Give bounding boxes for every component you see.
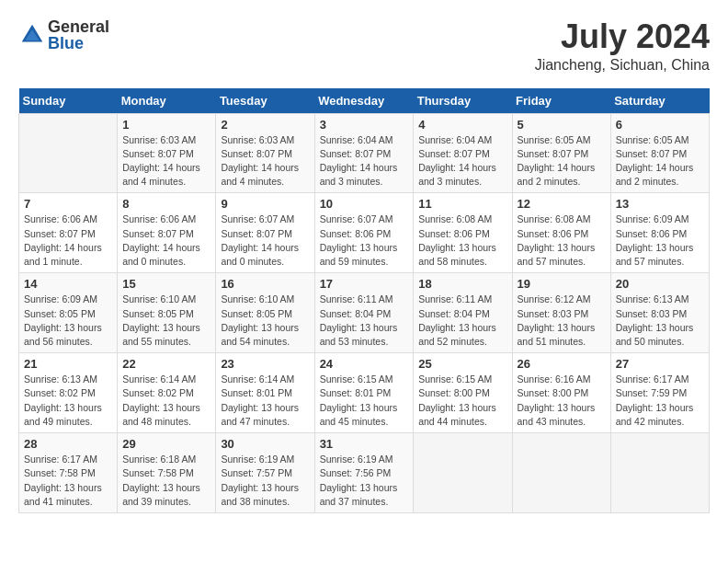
- calendar-week-row: 21Sunrise: 6:13 AM Sunset: 8:02 PM Dayli…: [19, 353, 710, 433]
- day-number: 25: [418, 357, 506, 371]
- calendar-week-row: 14Sunrise: 6:09 AM Sunset: 8:05 PM Dayli…: [19, 273, 710, 353]
- day-info: Sunrise: 6:19 AM Sunset: 7:57 PM Dayligh…: [221, 453, 309, 509]
- day-number: 30: [221, 437, 309, 451]
- table-row: [610, 433, 709, 513]
- table-row: 16Sunrise: 6:10 AM Sunset: 8:05 PM Dayli…: [216, 273, 314, 353]
- col-sunday: Sunday: [19, 88, 118, 114]
- logo-general: General: [48, 18, 109, 35]
- table-row: 28Sunrise: 6:17 AM Sunset: 7:58 PM Dayli…: [19, 433, 118, 513]
- table-row: 11Sunrise: 6:08 AM Sunset: 8:06 PM Dayli…: [414, 193, 512, 273]
- table-row: 29Sunrise: 6:18 AM Sunset: 7:58 PM Dayli…: [118, 433, 216, 513]
- table-row: 18Sunrise: 6:11 AM Sunset: 8:04 PM Dayli…: [414, 273, 512, 353]
- day-info: Sunrise: 6:08 AM Sunset: 8:06 PM Dayligh…: [418, 213, 506, 269]
- day-info: Sunrise: 6:04 AM Sunset: 8:07 PM Dayligh…: [418, 133, 506, 190]
- day-info: Sunrise: 6:06 AM Sunset: 8:07 PM Dayligh…: [122, 213, 210, 269]
- day-info: Sunrise: 6:07 AM Sunset: 8:06 PM Dayligh…: [320, 213, 409, 269]
- day-info: Sunrise: 6:10 AM Sunset: 8:05 PM Dayligh…: [122, 293, 210, 349]
- day-info: Sunrise: 6:14 AM Sunset: 8:01 PM Dayligh…: [221, 373, 309, 429]
- table-row: 22Sunrise: 6:14 AM Sunset: 8:02 PM Dayli…: [118, 353, 216, 433]
- location-subtitle: Jiancheng, Sichuan, China: [535, 57, 710, 74]
- table-row: 13Sunrise: 6:09 AM Sunset: 8:06 PM Dayli…: [610, 193, 709, 273]
- table-row: [414, 433, 512, 513]
- day-info: Sunrise: 6:17 AM Sunset: 7:58 PM Dayligh…: [24, 453, 112, 509]
- day-number: 17: [320, 277, 409, 291]
- day-info: Sunrise: 6:09 AM Sunset: 8:06 PM Dayligh…: [616, 213, 704, 269]
- table-row: 1Sunrise: 6:03 AM Sunset: 8:07 PM Daylig…: [118, 113, 216, 193]
- day-info: Sunrise: 6:07 AM Sunset: 8:07 PM Dayligh…: [221, 213, 309, 269]
- day-info: Sunrise: 6:16 AM Sunset: 8:00 PM Dayligh…: [518, 373, 606, 429]
- table-row: 25Sunrise: 6:15 AM Sunset: 8:00 PM Dayli…: [414, 353, 512, 433]
- page-header: General Blue July 2024 Jiancheng, Sichua…: [18, 18, 710, 74]
- day-info: Sunrise: 6:18 AM Sunset: 7:58 PM Dayligh…: [122, 453, 210, 509]
- day-number: 7: [24, 197, 112, 211]
- table-row: [512, 433, 610, 513]
- day-info: Sunrise: 6:03 AM Sunset: 8:07 PM Dayligh…: [122, 133, 210, 190]
- day-info: Sunrise: 6:15 AM Sunset: 8:00 PM Dayligh…: [418, 373, 506, 429]
- day-number: 21: [24, 357, 112, 371]
- col-thursday: Thursday: [414, 88, 512, 114]
- table-row: 15Sunrise: 6:10 AM Sunset: 8:05 PM Dayli…: [118, 273, 216, 353]
- day-number: 15: [122, 277, 210, 291]
- table-row: 9Sunrise: 6:07 AM Sunset: 8:07 PM Daylig…: [216, 193, 314, 273]
- month-year-title: July 2024: [535, 18, 710, 55]
- day-number: 8: [122, 197, 210, 211]
- table-row: 31Sunrise: 6:19 AM Sunset: 7:56 PM Dayli…: [314, 433, 414, 513]
- table-row: 8Sunrise: 6:06 AM Sunset: 8:07 PM Daylig…: [118, 193, 216, 273]
- table-row: 19Sunrise: 6:12 AM Sunset: 8:03 PM Dayli…: [512, 273, 610, 353]
- day-info: Sunrise: 6:09 AM Sunset: 8:05 PM Dayligh…: [24, 293, 112, 349]
- table-row: 30Sunrise: 6:19 AM Sunset: 7:57 PM Dayli…: [216, 433, 314, 513]
- day-number: 23: [221, 357, 309, 371]
- table-row: 23Sunrise: 6:14 AM Sunset: 8:01 PM Dayli…: [216, 353, 314, 433]
- table-row: 17Sunrise: 6:11 AM Sunset: 8:04 PM Dayli…: [314, 273, 414, 353]
- col-wednesday: Wednesday: [314, 88, 414, 114]
- calendar-table: Sunday Monday Tuesday Wednesday Thursday…: [18, 88, 710, 513]
- day-info: Sunrise: 6:03 AM Sunset: 8:07 PM Dayligh…: [221, 133, 309, 190]
- day-info: Sunrise: 6:13 AM Sunset: 8:03 PM Dayligh…: [616, 293, 704, 349]
- day-info: Sunrise: 6:05 AM Sunset: 8:07 PM Dayligh…: [616, 133, 704, 190]
- table-row: 12Sunrise: 6:08 AM Sunset: 8:06 PM Dayli…: [512, 193, 610, 273]
- day-info: Sunrise: 6:11 AM Sunset: 8:04 PM Dayligh…: [320, 293, 409, 349]
- day-number: 16: [221, 277, 309, 291]
- day-info: Sunrise: 6:12 AM Sunset: 8:03 PM Dayligh…: [518, 293, 606, 349]
- col-tuesday: Tuesday: [216, 88, 314, 114]
- calendar-week-row: 1Sunrise: 6:03 AM Sunset: 8:07 PM Daylig…: [19, 113, 710, 193]
- day-number: 10: [320, 197, 409, 211]
- table-row: 7Sunrise: 6:06 AM Sunset: 8:07 PM Daylig…: [19, 193, 118, 273]
- day-info: Sunrise: 6:14 AM Sunset: 8:02 PM Dayligh…: [122, 373, 210, 429]
- logo-blue: Blue: [48, 35, 109, 52]
- day-info: Sunrise: 6:06 AM Sunset: 8:07 PM Dayligh…: [24, 213, 112, 269]
- day-info: Sunrise: 6:15 AM Sunset: 8:01 PM Dayligh…: [320, 373, 409, 429]
- day-info: Sunrise: 6:19 AM Sunset: 7:56 PM Dayligh…: [320, 453, 409, 509]
- table-row: 2Sunrise: 6:03 AM Sunset: 8:07 PM Daylig…: [216, 113, 314, 193]
- table-row: 20Sunrise: 6:13 AM Sunset: 8:03 PM Dayli…: [610, 273, 709, 353]
- day-number: 22: [122, 357, 210, 371]
- table-row: 27Sunrise: 6:17 AM Sunset: 7:59 PM Dayli…: [610, 353, 709, 433]
- day-number: 4: [418, 118, 506, 132]
- table-row: [19, 113, 118, 193]
- day-number: 31: [320, 437, 409, 451]
- table-row: 4Sunrise: 6:04 AM Sunset: 8:07 PM Daylig…: [414, 113, 512, 193]
- logo-icon: [18, 21, 46, 49]
- title-block: July 2024 Jiancheng, Sichuan, China: [535, 18, 710, 74]
- day-number: 29: [122, 437, 210, 451]
- table-row: 10Sunrise: 6:07 AM Sunset: 8:06 PM Dayli…: [314, 193, 414, 273]
- calendar-week-row: 7Sunrise: 6:06 AM Sunset: 8:07 PM Daylig…: [19, 193, 710, 273]
- table-row: 24Sunrise: 6:15 AM Sunset: 8:01 PM Dayli…: [314, 353, 414, 433]
- calendar-header-row: Sunday Monday Tuesday Wednesday Thursday…: [19, 88, 710, 114]
- table-row: 21Sunrise: 6:13 AM Sunset: 8:02 PM Dayli…: [19, 353, 118, 433]
- table-row: 26Sunrise: 6:16 AM Sunset: 8:00 PM Dayli…: [512, 353, 610, 433]
- day-info: Sunrise: 6:08 AM Sunset: 8:06 PM Dayligh…: [518, 213, 606, 269]
- day-number: 18: [418, 277, 506, 291]
- table-row: 3Sunrise: 6:04 AM Sunset: 8:07 PM Daylig…: [314, 113, 414, 193]
- day-number: 19: [518, 277, 606, 291]
- col-friday: Friday: [512, 88, 610, 114]
- day-info: Sunrise: 6:17 AM Sunset: 7:59 PM Dayligh…: [616, 373, 704, 429]
- col-monday: Monday: [118, 88, 216, 114]
- day-number: 20: [616, 277, 704, 291]
- day-number: 5: [518, 118, 606, 132]
- day-number: 24: [320, 357, 409, 371]
- logo: General Blue: [18, 18, 109, 52]
- day-number: 13: [616, 197, 704, 211]
- day-number: 28: [24, 437, 112, 451]
- day-info: Sunrise: 6:13 AM Sunset: 8:02 PM Dayligh…: [24, 373, 112, 429]
